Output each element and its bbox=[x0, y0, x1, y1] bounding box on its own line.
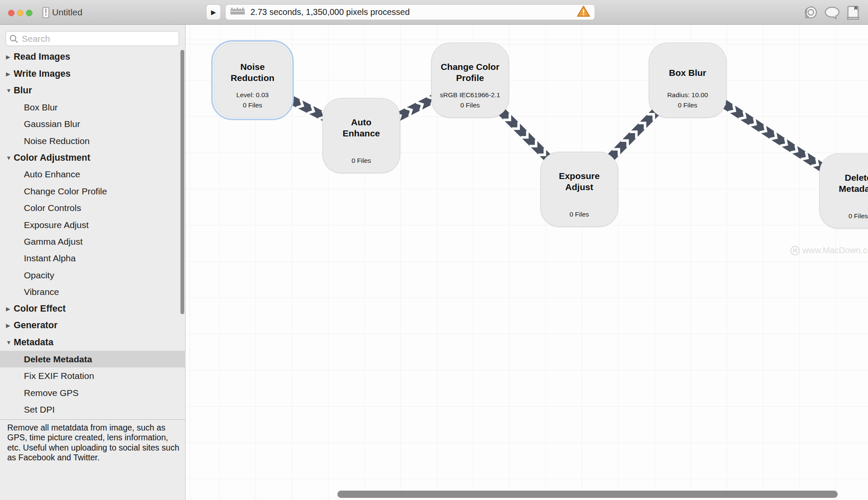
node-file-count: 0 Files bbox=[214, 101, 291, 109]
node-title: AutoEnhance bbox=[323, 117, 400, 140]
close-button[interactable] bbox=[8, 10, 15, 16]
sidebar-item-metadata[interactable]: ▼Metadata bbox=[0, 334, 186, 351]
sidebar-item-exposure-adjust[interactable]: Exposure Adjust bbox=[0, 217, 186, 233]
sidebar-item-label: Color Controls bbox=[24, 203, 81, 213]
sidebar-item-label: Noise Reduction bbox=[24, 136, 90, 146]
warning-triangle-icon[interactable] bbox=[577, 5, 590, 19]
node-auto-enhance[interactable]: AutoEnhance0 Files bbox=[322, 98, 400, 173]
sidebar-item-read-images[interactable]: ▶Read Images bbox=[0, 49, 186, 65]
node-exposure-adjust[interactable]: ExposureAdjust0 Files bbox=[540, 152, 618, 227]
sidebar-item-gaussian-blur[interactable]: Gaussian Blur bbox=[0, 116, 186, 133]
sidebar-item-label: Remove GPS bbox=[24, 388, 78, 398]
node-title: Box Blur bbox=[649, 67, 726, 78]
sidebar-item-label: Exposure Adjust bbox=[24, 220, 89, 230]
notebook-icon[interactable] bbox=[846, 5, 860, 20]
node-file-count: 0 Files bbox=[649, 101, 726, 109]
node-file-count: 0 Files bbox=[541, 211, 618, 218]
sidebar-item-label: Gaussian Blur bbox=[24, 119, 80, 129]
sidebar-item-color-adjustment[interactable]: ▼Color Adjustment bbox=[0, 149, 186, 166]
sidebar-item-label: Auto Enhance bbox=[24, 169, 80, 179]
sidebar-list: ▶Read Images▶Write Images▼BlurBox BlurGa… bbox=[0, 49, 186, 418]
disclosure-collapsed-icon[interactable]: ▶ bbox=[6, 71, 14, 77]
title-bar: Untitled ▶ 2.73 seconds, 1,350,000 pixel… bbox=[0, 0, 868, 25]
zoom-button[interactable] bbox=[26, 10, 32, 16]
play-icon: ▶ bbox=[211, 9, 216, 16]
sidebar-item-label: Write Images bbox=[14, 69, 70, 79]
workflow-canvas[interactable]: NoiseReductionLevel: 0.030 FilesAutoEnha… bbox=[186, 25, 868, 500]
sidebar-item-label: Box Blur bbox=[24, 102, 58, 113]
node-delete-metadata[interactable]: DeleteMetadata0 Files bbox=[819, 153, 868, 228]
node-description-text: Remove all metatdata from image, such as… bbox=[7, 423, 180, 463]
sidebar-item-label: Vibrance bbox=[24, 287, 59, 297]
sidebar-item-box-blur[interactable]: Box Blur bbox=[0, 99, 186, 116]
sidebar-item-label: Blur bbox=[14, 85, 32, 96]
disclosure-expanded-icon[interactable]: ▼ bbox=[6, 339, 14, 346]
minimize-button[interactable] bbox=[17, 10, 23, 16]
sidebar-item-vibrance[interactable]: Vibrance bbox=[0, 283, 186, 300]
node-title: DeleteMetadata bbox=[820, 172, 868, 195]
sidebar-item-label: Metadata bbox=[14, 337, 53, 348]
sidebar-item-label: Color Effect bbox=[14, 303, 66, 314]
node-box-blur[interactable]: Box BlurRadius: 10.000 Files bbox=[649, 43, 726, 118]
sidebar-item-remove-gps[interactable]: Remove GPS bbox=[0, 384, 186, 401]
sidebar-item-label: Change Color Profile bbox=[24, 186, 107, 197]
sidebar-item-label: Gamma Adjust bbox=[24, 237, 83, 247]
node-parameter: Radius: 10.00 bbox=[649, 91, 726, 99]
node-title: ExposureAdjust bbox=[541, 171, 618, 194]
disclosure-collapsed-icon[interactable]: ▶ bbox=[6, 54, 14, 60]
horizontal-scrollbar[interactable] bbox=[337, 491, 838, 498]
sidebar-item-label: Read Images bbox=[14, 52, 70, 62]
node-title: Change ColorProfile bbox=[432, 61, 508, 84]
sidebar-scrollbar[interactable] bbox=[180, 50, 184, 314]
node-parameter: sRGB IEC61966-2.1 bbox=[432, 91, 508, 99]
status-text: 2.73 seconds, 1,350,000 pixels processed bbox=[250, 7, 572, 17]
watermark-logo-icon: M bbox=[790, 246, 800, 255]
search-icon bbox=[9, 35, 18, 43]
sidebar-item-generator[interactable]: ▶Generator bbox=[0, 317, 186, 334]
sidebar-item-set-dpi[interactable]: Set DPI bbox=[0, 401, 186, 418]
sidebar-item-auto-enhance[interactable]: Auto Enhance bbox=[0, 166, 186, 183]
sidebar-item-label: Generator bbox=[14, 320, 58, 331]
document-icon bbox=[42, 7, 49, 20]
sidebar: ▶Read Images▶Write Images▼BlurBox BlurGa… bbox=[0, 25, 186, 500]
run-workflow-button[interactable]: ▶ bbox=[206, 4, 221, 20]
node-file-count: 0 Files bbox=[323, 157, 400, 165]
ruler-icon bbox=[230, 7, 245, 17]
sidebar-item-label: Opacity bbox=[24, 270, 54, 280]
sidebar-item-write-images[interactable]: ▶Write Images bbox=[0, 65, 186, 82]
sidebar-item-opacity[interactable]: Opacity bbox=[0, 267, 186, 283]
sidebar-item-instant-alpha[interactable]: Instant Alpha bbox=[0, 250, 186, 267]
disclosure-collapsed-icon[interactable]: ▶ bbox=[6, 322, 14, 329]
sidebar-item-color-effect[interactable]: ▶Color Effect bbox=[0, 301, 186, 317]
watermark-text: www.MacDown.com bbox=[802, 246, 868, 255]
sidebar-item-label: Color Adjustment bbox=[14, 153, 90, 163]
sidebar-item-change-color-profile[interactable]: Change Color Profile bbox=[0, 183, 186, 199]
node-change-color-profile[interactable]: Change ColorProfilesRGB IEC61966-2.10 Fi… bbox=[431, 43, 509, 118]
watermark: M www.MacDown.com bbox=[790, 246, 868, 255]
sidebar-divider bbox=[0, 419, 186, 420]
disclosure-collapsed-icon[interactable]: ▶ bbox=[6, 306, 14, 312]
sidebar-item-blur[interactable]: ▼Blur bbox=[0, 82, 186, 99]
sidebar-item-label: Instant Alpha bbox=[24, 253, 75, 263]
sidebar-item-fix-exif-rotation[interactable]: Fix EXIF Rotation bbox=[0, 367, 186, 384]
node-parameter: Level: 0.03 bbox=[214, 91, 291, 99]
sidebar-item-noise-reduction[interactable]: Noise Reduction bbox=[0, 133, 186, 149]
window-title: Untitled bbox=[52, 0, 82, 25]
disclosure-expanded-icon[interactable]: ▼ bbox=[6, 155, 14, 161]
search-input[interactable] bbox=[6, 31, 179, 46]
sidebar-item-gamma-adjust[interactable]: Gamma Adjust bbox=[0, 233, 186, 250]
circle-pin-icon[interactable] bbox=[803, 6, 819, 20]
sidebar-item-label: Set DPI bbox=[24, 405, 55, 415]
sidebar-item-color-controls[interactable]: Color Controls bbox=[0, 200, 186, 217]
node-noise-reduction[interactable]: NoiseReductionLevel: 0.030 Files bbox=[214, 43, 291, 118]
sidebar-item-label: Fix EXIF Rotation bbox=[24, 371, 94, 381]
node-title: NoiseReduction bbox=[214, 61, 291, 84]
status-field: 2.73 seconds, 1,350,000 pixels processed bbox=[225, 4, 595, 20]
disclosure-expanded-icon[interactable]: ▼ bbox=[6, 87, 14, 94]
node-file-count: 0 Files bbox=[820, 212, 868, 220]
sidebar-item-delete-metadata[interactable]: Delete Metadata bbox=[0, 351, 186, 367]
chat-bubble-icon[interactable] bbox=[824, 6, 840, 20]
sidebar-item-label: Delete Metadata bbox=[24, 354, 92, 364]
node-file-count: 0 Files bbox=[432, 101, 508, 109]
